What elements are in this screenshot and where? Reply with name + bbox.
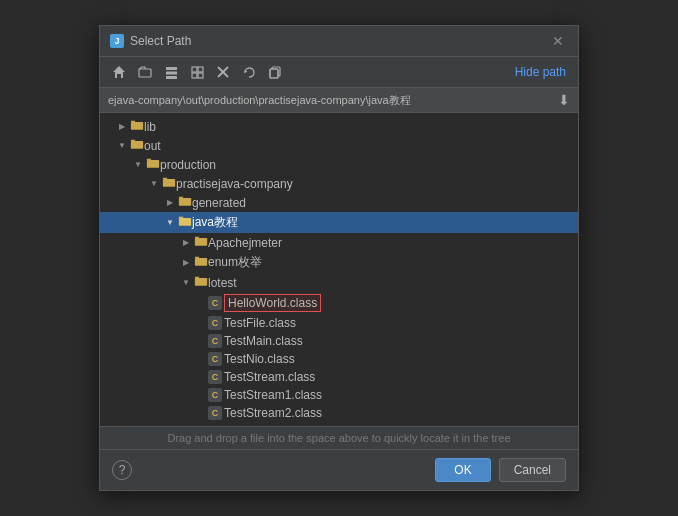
item-label-testmain: TestMain.class [224, 334, 303, 348]
item-label-lotest: lotest [208, 276, 237, 290]
tree-item-teststream1[interactable]: ▶ C TestStream1.class [100, 386, 578, 404]
tree-item-lib[interactable]: ▶ lib [100, 117, 578, 136]
svg-rect-1 [139, 69, 151, 77]
expand-icon-apachejmeter: ▶ [180, 237, 192, 249]
select-path-dialog: J Select Path ✕ Hide path [99, 25, 579, 491]
tree-item-generated[interactable]: ▶ generated [100, 193, 578, 212]
tree-item-teststream2[interactable]: ▶ C TestStream2.class [100, 404, 578, 422]
svg-rect-14 [131, 122, 143, 130]
tree-item-testfile[interactable]: ▶ C TestFile.class [100, 314, 578, 332]
tree-item-java-jiaocheng[interactable]: ▼ java教程 [100, 212, 578, 233]
tree-item-teststream[interactable]: ▶ C TestStream.class [100, 368, 578, 386]
svg-rect-3 [166, 71, 177, 74]
item-label-helloworld: HelloWorld.class [224, 294, 321, 312]
tree-item-lotest[interactable]: ▼ lotest [100, 273, 578, 292]
hide-path-button[interactable]: Hide path [511, 63, 570, 81]
expand-icon-lib: ▶ [116, 121, 128, 133]
copy-path-button[interactable] [264, 61, 286, 83]
svg-rect-7 [192, 73, 197, 78]
expand-icon-enum: ▶ [180, 257, 192, 269]
file-tree[interactable]: ▶ lib ▼ out ▼ production ▼ [100, 113, 578, 426]
item-label-practisejava: practisejava-company [176, 177, 293, 191]
item-label-teststream1: TestStream1.class [224, 388, 322, 402]
help-button[interactable]: ? [112, 460, 132, 480]
drag-hint-text: Drag and drop a file into the space abov… [167, 432, 510, 444]
item-label-java-jiaocheng: java教程 [192, 214, 238, 231]
cancel-button[interactable]: Cancel [499, 458, 566, 482]
path-download-button[interactable]: ⬇ [558, 92, 570, 108]
svg-rect-2 [166, 67, 177, 70]
folder-icon-java-jiaocheng [178, 215, 192, 230]
expand-icon-practisejava: ▼ [148, 178, 160, 190]
folder-icon-lib [130, 119, 144, 134]
item-label-teststream: TestStream.class [224, 370, 315, 384]
home-button[interactable] [108, 61, 130, 83]
svg-rect-21 [195, 258, 207, 266]
svg-rect-15 [131, 141, 143, 149]
svg-rect-4 [166, 76, 177, 79]
expand-icon-out: ▼ [116, 140, 128, 152]
toolbar: Hide path [100, 57, 578, 88]
tree-item-helloworld[interactable]: ▶ C HelloWorld.class [100, 292, 578, 314]
tree-item-testnio[interactable]: ▶ C TestNio.class [100, 350, 578, 368]
class-icon-testnio: C [208, 352, 222, 366]
folder-icon-production [146, 157, 160, 172]
svg-rect-17 [163, 179, 175, 187]
svg-rect-6 [198, 67, 203, 72]
class-icon-helloworld: C [208, 296, 222, 310]
button-bar: ? OK Cancel [100, 449, 578, 490]
refresh-button[interactable] [238, 61, 260, 83]
expand-icon-java-jiaocheng: ▼ [164, 217, 176, 229]
svg-marker-0 [113, 66, 125, 78]
collapse-button[interactable] [160, 61, 182, 83]
class-icon-teststream: C [208, 370, 222, 384]
item-label-testnio: TestNio.class [224, 352, 295, 366]
item-label-lib: lib [144, 120, 156, 134]
tree-item-enum[interactable]: ▶ enum枚举 [100, 252, 578, 273]
expand-icon-generated: ▶ [164, 197, 176, 209]
expand-button[interactable] [186, 61, 208, 83]
folder-icon-out [130, 138, 144, 153]
tree-item-testmain[interactable]: ▶ C TestMain.class [100, 332, 578, 350]
ok-button[interactable]: OK [435, 458, 490, 482]
tree-item-practisejava[interactable]: ▼ practisejava-company [100, 174, 578, 193]
item-label-enum: enum枚举 [208, 254, 262, 271]
svg-rect-22 [195, 278, 207, 286]
path-text: ejava-company\out\production\practisejav… [108, 93, 554, 108]
item-label-generated: generated [192, 196, 246, 210]
class-icon-testfile: C [208, 316, 222, 330]
class-icon-teststream2: C [208, 406, 222, 420]
svg-rect-19 [179, 218, 191, 226]
title-bar-left: J Select Path [110, 34, 191, 48]
svg-rect-12 [270, 69, 278, 78]
item-label-testfile: TestFile.class [224, 316, 296, 330]
tree-item-out[interactable]: ▼ out [100, 136, 578, 155]
tree-item-production[interactable]: ▼ production [100, 155, 578, 174]
svg-rect-16 [147, 160, 159, 168]
expand-icon-lotest: ▼ [180, 277, 192, 289]
svg-rect-5 [192, 67, 197, 72]
item-label-production: production [160, 158, 216, 172]
new-folder-button[interactable] [134, 61, 156, 83]
title-bar: J Select Path ✕ [100, 26, 578, 57]
folder-icon-practisejava [162, 176, 176, 191]
class-icon-teststream1: C [208, 388, 222, 402]
delete-button[interactable] [212, 61, 234, 83]
svg-rect-20 [195, 238, 207, 246]
folder-icon-apachejmeter [194, 235, 208, 250]
class-icon-testmain: C [208, 334, 222, 348]
tree-item-apachejmeter[interactable]: ▶ Apachejmeter [100, 233, 578, 252]
folder-icon-enum [194, 255, 208, 270]
item-label-out: out [144, 139, 161, 153]
path-bar: ejava-company\out\production\practisejav… [100, 88, 578, 113]
expand-icon-production: ▼ [132, 159, 144, 171]
folder-icon-generated [178, 195, 192, 210]
drag-drop-hint: Drag and drop a file into the space abov… [100, 426, 578, 449]
svg-rect-8 [198, 73, 203, 78]
dialog-icon: J [110, 34, 124, 48]
item-label-apachejmeter: Apachejmeter [208, 236, 282, 250]
dialog-title: Select Path [130, 34, 191, 48]
item-label-teststream2: TestStream2.class [224, 406, 322, 420]
svg-rect-18 [179, 198, 191, 206]
close-button[interactable]: ✕ [548, 32, 568, 50]
